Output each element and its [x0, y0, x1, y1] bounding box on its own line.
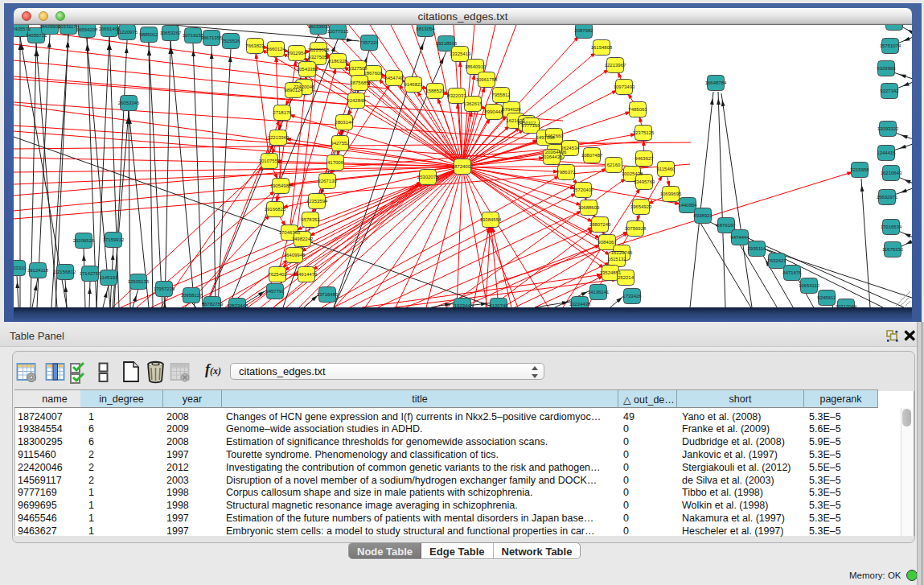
svg-text:7625402: 7625402 [268, 272, 287, 277]
svg-text:3624534: 3624534 [561, 146, 580, 150]
svg-text:11220975: 11220975 [117, 30, 138, 35]
svg-text:17159912: 17159912 [103, 237, 125, 242]
svg-text:14982242: 14982242 [292, 237, 314, 241]
svg-text:12405572: 12405572 [14, 27, 31, 31]
svg-text:6879197: 6879197 [717, 223, 736, 228]
svg-text:8938923: 8938923 [693, 213, 713, 218]
svg-text:13495769: 13495769 [634, 179, 655, 184]
svg-text:7955812: 7955812 [491, 93, 511, 97]
svg-text:9327505: 9327505 [308, 55, 327, 60]
svg-text:9003310: 9003310 [14, 266, 27, 270]
svg-text:2087682: 2087682 [574, 28, 593, 33]
svg-text:16120746: 16120746 [611, 250, 633, 255]
svg-text:10107553: 10107553 [259, 159, 281, 163]
svg-text:10973493: 10973493 [614, 84, 635, 89]
svg-text:9890124: 9890124 [284, 88, 303, 93]
svg-text:11675330: 11675330 [882, 247, 904, 252]
svg-text:16210643: 16210643 [881, 171, 902, 175]
svg-text:9427552: 9427552 [331, 141, 350, 146]
svg-text:16554208: 16554208 [76, 27, 98, 32]
svg-text:12077315: 12077315 [327, 29, 349, 34]
svg-text:19384554: 19384554 [480, 217, 502, 222]
svg-text:7485063: 7485063 [628, 107, 647, 112]
svg-text:12213967: 12213967 [605, 63, 626, 68]
svg-text:7663822: 7663822 [245, 43, 265, 48]
svg-text:15720407: 15720407 [573, 187, 594, 192]
svg-text:1615132: 1615132 [607, 257, 626, 262]
svg-text:9457791: 9457791 [265, 289, 285, 294]
svg-text:3215958: 3215958 [850, 167, 869, 172]
svg-text:1733426: 1733426 [622, 294, 642, 299]
svg-text:9578352: 9578352 [301, 217, 320, 222]
svg-text:12375125: 12375125 [633, 130, 655, 135]
svg-text:20364436: 20364436 [541, 154, 563, 159]
svg-text:17142757: 17142757 [80, 271, 101, 276]
svg-text:3267130: 3267130 [318, 179, 337, 183]
svg-text:1440954: 1440954 [678, 203, 697, 208]
svg-text:10543382: 10543382 [297, 67, 318, 72]
svg-text:7986372: 7986372 [556, 170, 576, 175]
svg-text:1362615: 1362615 [463, 101, 483, 106]
svg-text:16648784: 16648784 [705, 80, 727, 85]
svg-text:9227342: 9227342 [880, 89, 899, 93]
svg-text:13716485: 13716485 [317, 292, 339, 297]
svg-text:9777169: 9777169 [521, 123, 540, 128]
svg-text:7462660: 7462660 [544, 134, 564, 138]
svg-text:25302075: 25302075 [417, 175, 439, 179]
svg-text:9463627: 9463627 [634, 156, 654, 161]
svg-text:8990448: 8990448 [484, 109, 503, 114]
svg-text:9245612: 9245612 [817, 295, 836, 300]
svg-text:12505135: 12505135 [128, 279, 150, 284]
svg-text:20206526: 20206526 [73, 238, 95, 243]
svg-text:8454749: 8454749 [384, 76, 404, 80]
svg-text:3875685: 3875685 [350, 80, 369, 85]
svg-text:2803144: 2803144 [335, 120, 354, 125]
svg-text:8660124: 8660124 [266, 47, 285, 51]
svg-text:9885012: 9885012 [139, 32, 158, 37]
svg-text:10807487: 10807487 [581, 153, 603, 158]
svg-text:14055721: 14055721 [26, 33, 47, 38]
svg-text:2935114: 2935114 [748, 246, 767, 251]
svg-text:6794028: 6794028 [502, 107, 521, 112]
svg-text:9474444: 9474444 [730, 235, 749, 240]
svg-text:1588520: 1588520 [425, 89, 445, 93]
svg-text:10688609: 10688609 [578, 205, 600, 210]
svg-text:12093322: 12093322 [877, 126, 899, 131]
svg-text:62160: 62160 [607, 163, 621, 167]
svg-text:12353594: 12353594 [306, 199, 328, 204]
svg-text:18640910: 18640910 [465, 64, 487, 69]
svg-text:1145191: 1145191 [100, 275, 119, 280]
svg-text:15226058: 15226058 [308, 47, 330, 52]
svg-text:10699695: 10699695 [660, 192, 682, 196]
svg-text:17016534: 17016534 [881, 225, 902, 229]
svg-text:17046765: 17046765 [279, 230, 301, 235]
svg-text:18724007: 18724007 [452, 164, 474, 169]
svg-text:10025438: 10025438 [622, 171, 643, 176]
svg-text:12156812: 12156812 [55, 270, 76, 274]
svg-text:9242848: 9242848 [347, 98, 366, 103]
svg-text:10654112: 10654112 [799, 283, 820, 288]
svg-text:16782759: 16782759 [202, 302, 224, 307]
svg-text:9329966: 9329966 [877, 66, 896, 71]
svg-text:9084067: 9084067 [598, 240, 617, 245]
svg-text:18807249: 18807249 [589, 222, 611, 227]
svg-text:2867608: 2867608 [363, 71, 383, 76]
svg-text:10653267: 10653267 [160, 31, 182, 35]
svg-text:8186328: 8186328 [328, 59, 347, 64]
svg-text:10961758: 10961758 [476, 77, 498, 82]
svg-text:8471676: 8471676 [782, 270, 802, 275]
svg-text:10756928: 10756928 [625, 226, 647, 231]
svg-text:9115460: 9115460 [657, 167, 676, 171]
svg-text:17957225: 17957225 [154, 286, 175, 291]
svg-text:15692971: 15692971 [877, 195, 898, 200]
svg-text:26053346: 26053346 [118, 101, 140, 105]
svg-text:16409948: 16409948 [284, 253, 306, 257]
svg-text:8322037: 8322037 [447, 93, 466, 98]
svg-text:10958127: 10958127 [181, 293, 203, 298]
svg-text:13325419: 13325419 [450, 51, 471, 56]
svg-text:19166825: 19166825 [265, 207, 286, 212]
svg-text:19654923: 19654923 [630, 204, 652, 209]
svg-text:8813054: 8813054 [416, 27, 435, 31]
svg-text:12213369: 12213369 [268, 135, 290, 140]
svg-text:7632621: 7632621 [767, 258, 786, 263]
